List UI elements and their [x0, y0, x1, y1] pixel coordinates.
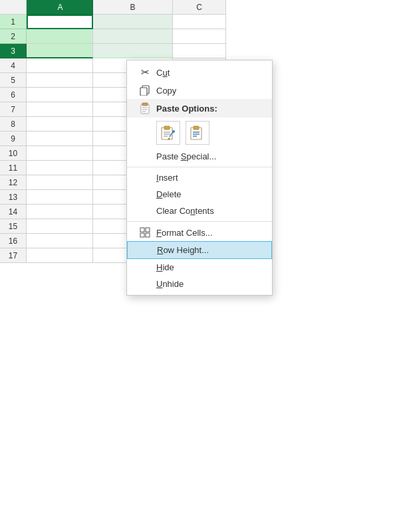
svg-rect-1 [140, 88, 147, 96]
svg-point-12 [172, 130, 175, 133]
menu-item-unhide[interactable]: Unhide [127, 276, 272, 292]
row-header-8[interactable]: 8 [0, 117, 27, 132]
cell-2a[interactable] [27, 29, 93, 44]
menu-divider-1 [127, 167, 272, 167]
menu-item-cut[interactable]: ✂ Cut [127, 63, 272, 82]
paste-options-label: Paste Options: [156, 104, 217, 114]
cell-10a[interactable] [27, 146, 93, 161]
cell-15a[interactable] [27, 219, 93, 234]
row-header-9[interactable]: 9 [0, 132, 27, 146]
svg-rect-21 [146, 233, 150, 237]
cell-3b[interactable] [93, 44, 173, 58]
cell-3c[interactable] [173, 44, 226, 58]
cell-1c[interactable] [173, 15, 226, 29]
copy-icon [138, 85, 152, 96]
cell-9a[interactable] [27, 132, 93, 146]
cell-1a[interactable] [27, 15, 93, 29]
menu-item-delete-label: Delete [156, 189, 261, 199]
scissors-icon: ✂ [138, 66, 152, 78]
grid-row: 1 [0, 15, 399, 29]
svg-rect-3 [142, 103, 148, 106]
menu-item-row-height[interactable]: Row Height... [127, 241, 272, 259]
grid-row: 2 [0, 29, 399, 44]
menu-item-hide-label: Hide [156, 262, 261, 272]
cell-11a[interactable] [27, 161, 93, 175]
cell-8a[interactable] [27, 117, 93, 132]
format-cells-icon [138, 227, 152, 238]
menu-item-clear-contents-label: Clear Contents [156, 206, 261, 216]
cell-12a[interactable] [27, 175, 93, 190]
cell-1b[interactable] [93, 15, 173, 29]
menu-item-copy[interactable]: Copy [127, 82, 272, 99]
cell-5a[interactable] [27, 73, 93, 88]
context-menu: ✂ Cut Copy [126, 60, 273, 296]
menu-item-insert[interactable]: Insert [127, 169, 272, 186]
row-header-3[interactable]: 3 [0, 44, 27, 58]
svg-rect-18 [140, 228, 144, 232]
col-header-c[interactable]: C [173, 0, 226, 15]
column-header-row: A B C [0, 0, 399, 15]
grid-row: 3 [0, 44, 399, 58]
menu-divider-2 [127, 221, 272, 222]
cell-6a[interactable] [27, 88, 93, 102]
row-header-12[interactable]: 12 [0, 175, 27, 190]
row-header-7[interactable]: 7 [0, 102, 27, 117]
cell-4a[interactable] [27, 58, 93, 73]
menu-item-format-cells[interactable]: Format Cells... [127, 224, 272, 241]
paste-options-header: Paste Options: [127, 99, 272, 118]
cell-13a[interactable] [27, 190, 93, 205]
cell-3a[interactable] [27, 44, 93, 58]
paste-icons-row [127, 118, 272, 148]
row-header-6[interactable]: 6 [0, 88, 27, 102]
corner-cell[interactable] [0, 0, 27, 15]
row-header-17[interactable]: 17 [0, 248, 27, 263]
row-header-15[interactable]: 15 [0, 219, 27, 234]
row-header-16[interactable]: 16 [0, 234, 27, 248]
paste-values-btn[interactable] [186, 121, 209, 145]
row-header-5[interactable]: 5 [0, 73, 27, 88]
row-header-11[interactable]: 11 [0, 161, 27, 175]
row-header-13[interactable]: 13 [0, 190, 27, 205]
svg-rect-8 [164, 126, 170, 130]
cell-16a[interactable] [27, 234, 93, 248]
svg-rect-20 [140, 233, 144, 237]
menu-item-paste-special-label: Paste Special... [156, 151, 261, 161]
row-header-1[interactable]: 1 [0, 15, 27, 29]
cell-14a[interactable] [27, 205, 93, 219]
paste-options-icon [138, 102, 152, 114]
cell-2b[interactable] [93, 29, 173, 44]
svg-rect-19 [146, 228, 150, 232]
row-header-2[interactable]: 2 [0, 29, 27, 44]
menu-item-delete[interactable]: Delete [127, 186, 272, 203]
menu-item-hide[interactable]: Hide [127, 259, 272, 276]
menu-item-row-height-label: Row Height... [157, 245, 261, 255]
col-header-b[interactable]: B [93, 0, 173, 15]
svg-rect-14 [194, 126, 199, 130]
cell-2c[interactable] [173, 29, 226, 44]
row-header-14[interactable]: 14 [0, 205, 27, 219]
menu-item-format-cells-label: Format Cells... [156, 228, 261, 238]
menu-item-cut-label: Cut [156, 68, 261, 78]
menu-item-unhide-label: Unhide [156, 279, 261, 289]
menu-item-copy-label: Copy [156, 86, 261, 96]
menu-item-paste-special[interactable]: Paste Special... [127, 148, 272, 165]
spreadsheet: A B C 1 2 3 4 [0, 0, 399, 532]
menu-item-insert-label: Insert [156, 173, 261, 183]
row-header-10[interactable]: 10 [0, 146, 27, 161]
paste-keep-source-btn[interactable] [156, 121, 180, 145]
cell-7a[interactable] [27, 102, 93, 117]
cell-17a[interactable] [27, 248, 93, 263]
row-header-4[interactable]: 4 [0, 58, 27, 73]
col-header-a[interactable]: A [27, 0, 93, 15]
menu-item-clear-contents[interactable]: Clear Contents [127, 203, 272, 219]
